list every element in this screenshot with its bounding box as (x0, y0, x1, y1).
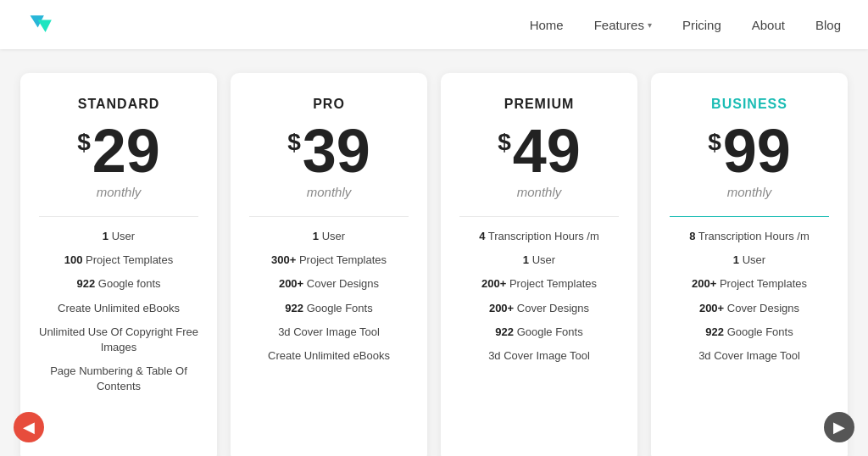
feature-item-pro-4: 3d Cover Image Tool (278, 325, 380, 340)
feature-item-business-4: 922 Google Fonts (705, 325, 793, 340)
feature-item-standard-5: Page Numbering & Table Of Contents (39, 364, 198, 394)
feature-item-pro-2: 200+ Cover Designs (279, 276, 379, 292)
price-monthly-standard: monthly (97, 185, 142, 199)
feature-item-standard-0: 1 User (103, 229, 135, 244)
price-amount-premium: 49 (513, 120, 581, 181)
price-dollar-business: $ (708, 129, 721, 156)
divider-standard (39, 216, 198, 217)
feature-item-pro-0: 1 User (313, 229, 345, 244)
price-amount-standard: 29 (92, 120, 160, 181)
features-list-standard: 1 User100 Project Templates922 Google fo… (39, 229, 198, 395)
feature-item-business-0: 8 Transcription Hours /m (689, 229, 810, 244)
nav-dropdown-arrow-features: ▾ (648, 20, 652, 30)
main-nav: HomeFeatures▾PricingAboutBlog (530, 18, 841, 32)
features-list-business: 8 Transcription Hours /m1 User200+ Proje… (670, 229, 829, 364)
feature-item-business-5: 3d Cover Image Tool (698, 348, 800, 364)
nav-item-home[interactable]: Home (530, 18, 564, 32)
feature-item-business-1: 1 User (733, 253, 765, 268)
price-monthly-pro: monthly (307, 185, 352, 199)
feature-item-premium-3: 200+ Cover Designs (489, 301, 589, 316)
scroll-left-icon: ◀ (23, 418, 35, 437)
feature-item-premium-2: 200+ Project Templates (481, 276, 597, 292)
price-amount-business: 99 (723, 120, 791, 181)
price-row-business: $99 (708, 120, 791, 181)
plan-name-premium: PREMIUM (504, 97, 575, 112)
feature-item-pro-5: Create Unlimited eBooks (268, 348, 390, 364)
scroll-left-button[interactable]: ◀ (14, 412, 44, 442)
nav-item-blog[interactable]: Blog (815, 18, 841, 32)
pricing-card-standard: STANDARD$29monthly1 User100 Project Temp… (20, 73, 217, 456)
divider-pro (249, 216, 409, 217)
plan-name-standard: STANDARD (78, 97, 160, 112)
features-list-pro: 1 User300+ Project Templates200+ Cover D… (249, 229, 409, 364)
svg-marker-1 (38, 20, 52, 32)
price-row-pro: $39 (287, 120, 370, 181)
feature-item-pro-3: 922 Google Fonts (285, 301, 372, 316)
feature-item-standard-4: Unlimited Use Of Copyright Free Images (39, 325, 198, 355)
pricing-card-business: BUSINESS$99monthly8 Transcription Hours … (651, 73, 848, 456)
feature-item-premium-4: 922 Google Fonts (495, 325, 582, 340)
pricing-card-pro: PRO$39monthly1 User300+ Project Template… (231, 73, 427, 456)
divider-business (670, 216, 829, 217)
feature-item-standard-3: Create Unlimited eBooks (58, 301, 180, 316)
price-amount-pro: 39 (303, 120, 370, 181)
feature-item-standard-2: 922 Google fonts (76, 276, 160, 292)
pricing-section: STANDARD$29monthly1 User100 Project Temp… (0, 49, 868, 456)
price-monthly-business: monthly (727, 185, 772, 199)
feature-item-business-2: 200+ Project Templates (692, 276, 807, 292)
pricing-card-premium: PREMIUM$49monthly4 Transcription Hours /… (441, 73, 637, 456)
price-dollar-standard: $ (77, 129, 91, 156)
scroll-right-button[interactable]: ▶ (824, 412, 854, 442)
nav-item-pricing[interactable]: Pricing (682, 18, 721, 32)
price-monthly-premium: monthly (517, 185, 562, 199)
plan-name-business: BUSINESS (711, 97, 787, 112)
price-row-standard: $29 (77, 120, 160, 181)
header: HomeFeatures▾PricingAboutBlog (0, 0, 868, 49)
price-dollar-pro: $ (287, 129, 301, 156)
feature-item-pro-1: 300+ Project Templates (271, 253, 387, 268)
nav-item-features[interactable]: Features▾ (594, 18, 652, 32)
price-dollar-premium: $ (498, 129, 511, 156)
feature-item-standard-1: 100 Project Templates (64, 253, 173, 268)
nav-item-about[interactable]: About (752, 18, 785, 32)
price-row-premium: $49 (498, 120, 581, 181)
logo[interactable] (27, 9, 64, 40)
scroll-right-icon: ▶ (833, 418, 845, 437)
feature-item-business-3: 200+ Cover Designs (699, 301, 799, 316)
feature-item-premium-5: 3d Cover Image Tool (488, 348, 590, 364)
feature-item-premium-1: 1 User (523, 253, 555, 268)
feature-item-premium-0: 4 Transcription Hours /m (479, 229, 599, 244)
features-list-premium: 4 Transcription Hours /m1 User200+ Proje… (459, 229, 619, 364)
divider-premium (459, 216, 619, 217)
logo-icon (27, 9, 58, 40)
plan-name-pro: PRO (313, 97, 345, 112)
